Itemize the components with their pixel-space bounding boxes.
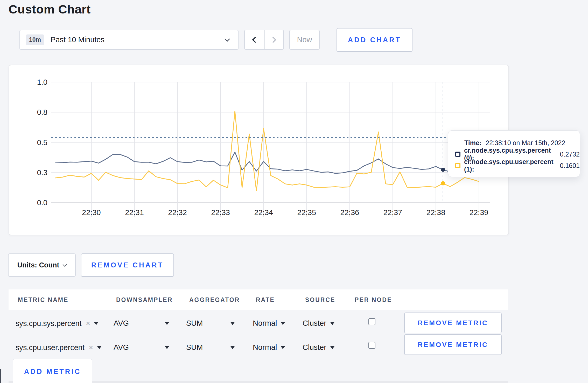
- dropdown-arrow-icon: [94, 322, 99, 325]
- svg-text:22:32: 22:32: [168, 208, 187, 217]
- custom-chart-card: 0.00.30.50.81.022:3022:3122:3222:3322:34…: [9, 65, 509, 235]
- source-select[interactable]: Cluster: [303, 319, 335, 328]
- chevron-down-icon: [63, 262, 67, 267]
- remove-chart-button[interactable]: REMOVE CHART: [81, 253, 174, 277]
- units-label: Units: Count: [17, 261, 59, 269]
- svg-text:0.8: 0.8: [37, 108, 47, 116]
- bottom-left-clipped-element: [0, 369, 1, 383]
- svg-text:22:39: 22:39: [470, 208, 488, 217]
- remove-metric-button[interactable]: REMOVE METRIC: [404, 313, 502, 333]
- chevron-down-icon: [225, 36, 230, 42]
- tooltip-series-name: cr.node.sys.cpu.user.percent (1):: [464, 158, 556, 173]
- svg-text:22:37: 22:37: [383, 208, 402, 217]
- chart-hover-tooltip: Time: 22:38:10 on Mar 15th, 2022 cr.node…: [448, 130, 580, 177]
- aggregator-select[interactable]: SUM: [186, 319, 235, 328]
- downsampler-value: AVG: [114, 343, 129, 352]
- tooltip-time-value: 22:38:10 on Mar 15th, 2022: [486, 139, 565, 147]
- aggregator-select[interactable]: SUM: [186, 343, 235, 352]
- tooltip-series-value: 0.1601: [560, 162, 580, 169]
- col-header-source: SOURCE: [305, 296, 335, 303]
- tooltip-series-row: cr.node.sys.cpu.user.percent (1): 0.1601: [448, 160, 580, 171]
- rate-value: Normal: [253, 319, 277, 328]
- col-header-per-node: PER NODE: [355, 296, 392, 303]
- metrics-table-header: METRIC NAME DOWNSAMPLER AGGREGATOR RATE …: [9, 289, 508, 310]
- col-header-metric-name: METRIC NAME: [18, 296, 68, 303]
- tooltip-series-value: 0.2732: [560, 151, 580, 158]
- col-header-aggregator: AGGREGATOR: [189, 296, 240, 303]
- svg-text:22:36: 22:36: [340, 208, 359, 217]
- downsampler-select[interactable]: AVG: [114, 319, 169, 328]
- svg-text:22:38: 22:38: [426, 208, 445, 217]
- col-header-downsampler: DOWNSAMPLER: [116, 296, 173, 303]
- svg-text:22:34: 22:34: [254, 208, 273, 217]
- dropdown-arrow-icon: [165, 322, 169, 325]
- metric-name-select[interactable]: sys.cpu.user.percent ×: [16, 343, 102, 352]
- page-left-border: [1, 0, 1, 383]
- rate-value: Normal: [253, 343, 277, 352]
- time-range-label: Past 10 Minutes: [51, 36, 104, 44]
- chevron-left-icon: [252, 37, 258, 43]
- dropdown-arrow-icon: [230, 322, 235, 325]
- toolbar-divider: [8, 30, 8, 49]
- clear-metric-icon[interactable]: ×: [89, 343, 93, 352]
- time-step-buttons: [244, 30, 284, 50]
- source-value: Cluster: [303, 319, 326, 328]
- add-chart-button[interactable]: ADD CHART: [337, 28, 412, 52]
- prev-time-button[interactable]: [245, 30, 264, 49]
- aggregator-value: SUM: [186, 319, 203, 328]
- units-dropdown[interactable]: Units: Count: [8, 253, 76, 277]
- rate-select[interactable]: Normal: [253, 343, 285, 352]
- clear-metric-icon[interactable]: ×: [86, 319, 90, 328]
- metric-name-select[interactable]: sys.cpu.sys.percent ×: [16, 319, 99, 328]
- metric-name-value: sys.cpu.sys.percent: [16, 319, 82, 328]
- time-range-dropdown[interactable]: 10m Past 10 Minutes: [19, 30, 239, 50]
- svg-text:1.0: 1.0: [37, 78, 47, 86]
- svg-text:0.0: 0.0: [37, 198, 47, 207]
- svg-text:0.3: 0.3: [37, 168, 47, 177]
- col-header-rate: RATE: [256, 296, 275, 303]
- metrics-line-chart[interactable]: 0.00.30.50.81.022:3022:3122:3222:3322:34…: [9, 65, 509, 236]
- per-node-checkbox[interactable]: [368, 318, 375, 325]
- dropdown-arrow-icon: [97, 346, 102, 349]
- now-button[interactable]: Now: [289, 30, 320, 50]
- series-sys-legend-icon: [455, 152, 460, 157]
- downsampler-select[interactable]: AVG: [114, 343, 169, 352]
- series-user-legend-icon: [455, 163, 460, 168]
- dropdown-arrow-icon: [281, 322, 285, 325]
- svg-text:22:30: 22:30: [82, 208, 101, 217]
- tooltip-time-label: Time:: [464, 139, 481, 147]
- dropdown-arrow-icon: [230, 346, 235, 349]
- svg-text:0.5: 0.5: [37, 138, 47, 147]
- source-value: Cluster: [303, 343, 326, 352]
- per-node-checkbox[interactable]: [368, 342, 375, 349]
- aggregator-value: SUM: [186, 343, 203, 352]
- remove-metric-button[interactable]: REMOVE METRIC: [404, 334, 502, 355]
- dropdown-arrow-icon: [165, 346, 169, 349]
- dropdown-arrow-icon: [281, 346, 285, 349]
- time-range-badge: 10m: [26, 34, 44, 45]
- dropdown-arrow-icon: [330, 346, 335, 349]
- svg-text:22:33: 22:33: [211, 208, 230, 217]
- svg-text:22:35: 22:35: [297, 208, 316, 217]
- chevron-right-icon: [270, 37, 276, 43]
- dropdown-arrow-icon: [330, 322, 335, 325]
- downsampler-value: AVG: [114, 319, 129, 328]
- add-metric-button[interactable]: ADD METRIC: [13, 359, 92, 383]
- source-select[interactable]: Cluster: [303, 343, 335, 352]
- rate-select[interactable]: Normal: [253, 319, 285, 328]
- metric-name-value: sys.cpu.user.percent: [16, 343, 85, 352]
- svg-text:22:31: 22:31: [125, 208, 144, 217]
- page-title: Custom Chart: [9, 2, 91, 16]
- next-time-button[interactable]: [264, 30, 284, 49]
